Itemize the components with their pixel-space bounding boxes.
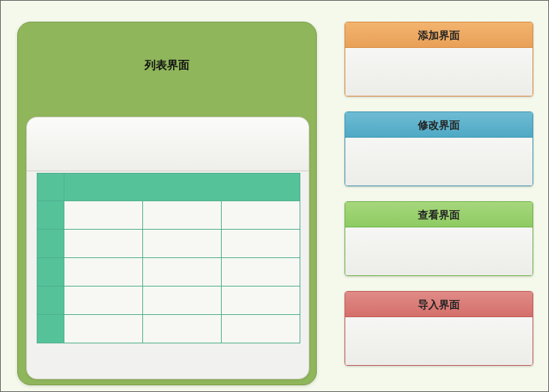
table-cell xyxy=(64,201,143,229)
row-header-cell xyxy=(37,230,64,257)
list-inner-panel xyxy=(26,117,309,379)
row-header-cell xyxy=(37,287,64,314)
table-cell xyxy=(143,201,222,229)
table-cell xyxy=(143,287,222,314)
view-panel[interactable]: 查看界面 xyxy=(345,201,533,276)
add-panel[interactable]: 添加界面 xyxy=(345,22,533,97)
row-header-cell xyxy=(37,258,64,286)
table-cell xyxy=(222,258,300,286)
table-cell xyxy=(143,315,222,343)
table-row xyxy=(37,257,300,286)
add-panel-body xyxy=(345,48,533,97)
table-cell xyxy=(222,230,300,257)
table-header-row xyxy=(37,174,300,200)
add-panel-title: 添加界面 xyxy=(345,22,533,48)
table-cell xyxy=(64,315,143,343)
edit-panel-title: 修改界面 xyxy=(345,112,533,138)
table-cell xyxy=(222,287,300,314)
table-row xyxy=(37,314,300,343)
table-cell xyxy=(64,258,143,286)
table-row xyxy=(37,286,300,314)
row-header-cell xyxy=(37,201,64,229)
row-header-cell xyxy=(37,315,64,343)
table-cell xyxy=(222,201,300,229)
table-cell xyxy=(64,287,143,314)
table-cell xyxy=(64,230,143,257)
list-panel-title: 列表界面 xyxy=(18,22,316,73)
list-inner-header xyxy=(27,117,309,171)
import-panel-body xyxy=(345,317,533,366)
table-cell xyxy=(143,258,222,286)
table-row xyxy=(37,200,300,229)
view-panel-title: 查看界面 xyxy=(345,202,533,227)
view-panel-body xyxy=(345,227,533,276)
import-panel[interactable]: 导入界面 xyxy=(345,291,533,366)
table-cell xyxy=(222,315,300,343)
table-cell xyxy=(143,230,222,257)
table-row xyxy=(37,229,300,257)
list-table xyxy=(37,173,300,343)
table-corner-cell xyxy=(37,174,64,200)
edit-panel[interactable]: 修改界面 xyxy=(345,111,533,186)
edit-panel-body xyxy=(345,138,533,186)
import-panel-title: 导入界面 xyxy=(345,292,533,317)
list-panel: 列表界面 xyxy=(17,22,317,385)
